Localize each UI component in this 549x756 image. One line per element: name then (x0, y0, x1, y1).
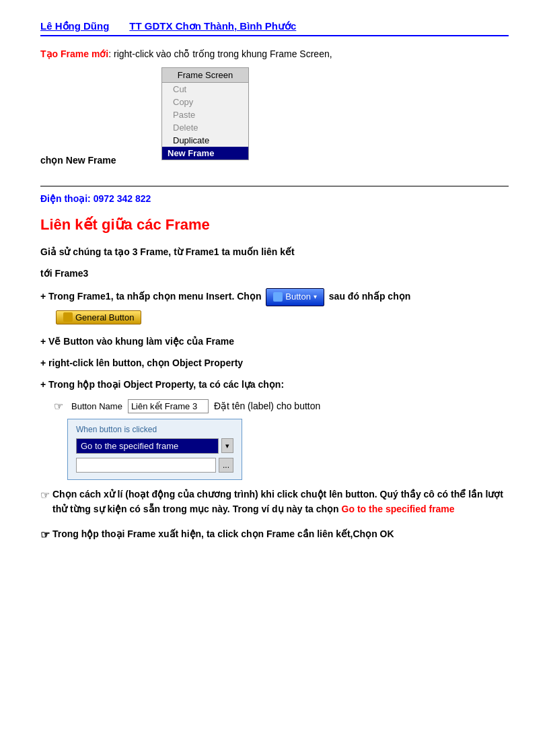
when-button-box: When button is clicked Go to the specifi… (67, 419, 242, 480)
btn-icon-blue (273, 292, 283, 302)
cursor-arrow-1: ☞ (54, 400, 63, 413)
general-button-img: General Button (56, 310, 141, 324)
section1-title: Tạo Frame mới (40, 48, 108, 59)
menu-item-new-frame[interactable]: New Frame (162, 147, 248, 160)
button-label: Button (285, 290, 311, 304)
para-p2: tới Frame3 (40, 266, 509, 281)
menu-item-duplicate: Duplicate (162, 134, 248, 147)
para-p5: + right-click lên button, chọn Object Pr… (40, 355, 509, 370)
p2-text: tới Frame3 (40, 268, 88, 279)
menu-item-cut: Cut (162, 83, 248, 96)
last-row-text: Trong hộp thoại Frame xuất hiện, ta clic… (52, 526, 394, 541)
object-property-row: ☞ Button Name Đặt tên (label) cho button (54, 399, 509, 413)
go-to-frame-text: Go to the specified frame (342, 504, 455, 514)
para-p1: Giả sử chúng ta tạo 3 Frame, từ Frame1 t… (40, 244, 509, 259)
set-label: Đặt tên (label) cho button (214, 401, 320, 411)
intro-line: Tạo Frame mới: right-click vào chỗ trống… (40, 48, 509, 59)
section2-heading: Liên kết giữa các Frame (40, 216, 509, 234)
para-p6: + Trong hộp thoại Object Property, ta có… (40, 377, 509, 392)
para-p4: + Vẽ Button vào khung làm việc của Frame (40, 334, 509, 349)
cursor-arrow-3: ☞ (40, 526, 50, 544)
para-p3: + Trong Frame1, ta nhấp chọn menu Insert… (40, 288, 509, 306)
context-menu-header: Frame Screen (162, 68, 248, 83)
menu-item-delete: Delete (162, 121, 248, 134)
phone-text: Điện thoại: 0972 342 822 (40, 193, 509, 204)
p3-prefix: + Trong Frame1, ta nhấp chọn menu Insert… (40, 291, 261, 302)
general-button-row: General Button (54, 310, 509, 324)
author-name: Lê Hồng Dũng (40, 20, 109, 32)
button-img-blue: Button ▾ (266, 288, 324, 306)
school-name: TT GDTX Chơn Thành, Bình Phước (129, 20, 296, 32)
chon-label: chọn New Frame (40, 155, 116, 166)
context-menu-container: Frame Screen Cut Copy Paste Delete Dupli… (161, 67, 249, 160)
when-select-arrow[interactable]: ▾ (221, 438, 233, 453)
when-select[interactable]: Go to the specified frame (76, 438, 219, 454)
general-button-label: General Button (75, 312, 134, 322)
menu-item-paste: Paste (162, 108, 248, 121)
cursor-arrow-2: ☞ (40, 487, 50, 504)
context-menu: Frame Screen Cut Copy Paste Delete Dupli… (161, 67, 249, 160)
when-button-title: When button is clicked (76, 425, 233, 434)
context-menu-area: Frame Screen Cut Copy Paste Delete Dupli… (40, 67, 509, 160)
chon-new-frame-row: chọn New Frame (40, 155, 509, 166)
divider-section: Điện thoại: 0972 342 822 (40, 186, 509, 204)
btn-icon-yellow (63, 312, 73, 322)
button-name-input[interactable] (128, 399, 209, 413)
chon-cach-row: ☞ Chọn cách xử lí (hoạt động của chương … (40, 487, 509, 517)
section1-intro: : right-click vào chỗ trống trong khung … (108, 48, 332, 59)
menu-item-copy: Copy (162, 96, 248, 108)
chon-cach-text: Chọn cách xử lí (hoạt động của chương tr… (52, 487, 509, 517)
p3-middle: sau đó nhấp chọn (329, 291, 410, 302)
last-row: ☞ Trong hộp thoại Frame xuất hiện, ta cl… (40, 526, 509, 544)
header-section: Lê Hồng Dũng TT GDTX Chơn Thành, Bình Ph… (40, 20, 509, 36)
when-dots-button[interactable]: ... (219, 458, 233, 473)
when-select-row: Go to the specified frame ▾ (76, 438, 233, 454)
when-input-row: ... (76, 458, 233, 473)
button-name-label: Button Name (71, 401, 122, 411)
when-input-field[interactable] (76, 458, 216, 473)
p1-text: Giả sử chúng ta tạo 3 Frame, từ Frame1 t… (40, 246, 295, 257)
